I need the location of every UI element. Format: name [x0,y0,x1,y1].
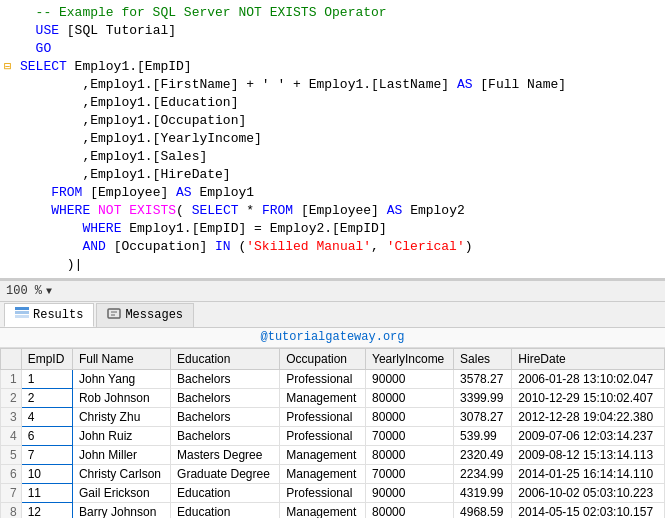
col-header-yearlyincome[interactable]: YearlyIncome [366,349,454,370]
cell-sales: 4319.99 [454,484,512,503]
row-number: 3 [1,408,22,427]
cell-occupation: Professional [280,370,366,389]
code-text: ,Employ1.[Education] [20,94,238,112]
cell-income: 80000 [366,408,454,427]
col-header-sales[interactable]: Sales [454,349,512,370]
tab-label-results: Results [33,308,83,322]
cell-sales: 2234.99 [454,465,512,484]
col-header-full-name[interactable]: Full Name [72,349,170,370]
code-text: WHERE Employ1.[EmpID] = Employ2.[EmpID] [20,220,387,238]
code-text: AND [Occupation] IN ('Skilled Manual', '… [20,238,473,256]
code-text: FROM [Employee] AS Employ1 [20,184,254,202]
col-header-hiredate[interactable]: HireDate [512,349,665,370]
cell-sales: 4968.59 [454,503,512,519]
cell-empid: 1 [21,370,72,389]
cell-empid: 6 [21,427,72,446]
cell-hiredate: 2009-07-06 12:03:14.237 [512,427,665,446]
code-line: ,Employ1.[Education] [0,94,665,112]
cell-hiredate: 2009-08-12 15:13:14.113 [512,446,665,465]
code-line: GO [0,40,665,58]
cell-hiredate: 2014-05-15 02:03:10.157 [512,503,665,519]
code-line: WHERE NOT EXISTS( SELECT * FROM [Employe… [0,202,665,220]
cell-hiredate: 2010-12-29 15:10:02.407 [512,389,665,408]
cell-income: 70000 [366,427,454,446]
code-line: ,Employ1.[FirstName] + ' ' + Employ1.[La… [0,76,665,94]
gateway-bar: @tutorialgateway.org [0,328,665,348]
row-number: 2 [1,389,22,408]
col-header-empid[interactable]: EmpID [21,349,72,370]
row-number: 8 [1,503,22,519]
row-number: 5 [1,446,22,465]
code-editor[interactable]: -- Example for SQL Server NOT EXISTS Ope… [0,0,665,280]
zoom-bar: 100 % ▼ [0,280,665,302]
cell-education: Bachelors [171,427,280,446]
cell-occupation: Management [280,465,366,484]
cell-occupation: Professional [280,427,366,446]
cell-education: Education [171,503,280,519]
code-text: ,Employ1.[YearlyIncome] [20,130,262,148]
cell-hiredate: 2006-10-02 05:03:10.223 [512,484,665,503]
table-row[interactable]: 22Rob JohnsonBachelorsManagement80000339… [1,389,665,408]
cell-sales: 539.99 [454,427,512,446]
line-gutter: ⊟ [4,58,20,76]
svg-rect-0 [15,307,29,310]
code-line: ⊟SELECT Employ1.[EmpID] [0,58,665,76]
tab-results[interactable]: Results [4,303,94,327]
row-number: 6 [1,465,22,484]
table-row[interactable]: 711Gail EricksonEducationProfessional900… [1,484,665,503]
cell-occupation: Management [280,389,366,408]
code-text: -- Example for SQL Server NOT EXISTS Ope… [20,4,387,22]
cell-occupation: Professional [280,484,366,503]
col-header-education[interactable]: Education [171,349,280,370]
cell-education: Bachelors [171,389,280,408]
cell-income: 70000 [366,465,454,484]
cell-income: 80000 [366,446,454,465]
table-row[interactable]: 812Barry JohnsonEducationManagement80000… [1,503,665,519]
code-line: USE [SQL Tutorial] [0,22,665,40]
svg-rect-1 [15,311,29,314]
messages-icon [107,308,121,323]
table-row[interactable]: 57John MillerMasters DegreeManagement800… [1,446,665,465]
cell-sales: 2320.49 [454,446,512,465]
cell-empid: 11 [21,484,72,503]
cell-fullname: Christy Zhu [72,408,170,427]
cell-education: Education [171,484,280,503]
cell-empid: 7 [21,446,72,465]
code-line: ,Employ1.[Occupation] [0,112,665,130]
row-number: 1 [1,370,22,389]
code-text: GO [20,40,51,58]
code-text: ,Employ1.[Occupation] [20,112,246,130]
code-text: )| [20,256,82,274]
cell-fullname: Christy Carlson [72,465,170,484]
cell-hiredate: 2014-01-25 16:14:14.110 [512,465,665,484]
cell-sales: 3399.99 [454,389,512,408]
cell-income: 80000 [366,503,454,519]
results-table: EmpIDFull NameEducationOccupationYearlyI… [0,348,665,518]
cell-education: Graduate Degree [171,465,280,484]
cell-sales: 3578.27 [454,370,512,389]
col-header-occupation[interactable]: Occupation [280,349,366,370]
cell-fullname: Rob Johnson [72,389,170,408]
cell-income: 90000 [366,484,454,503]
results-container: EmpIDFull NameEducationOccupationYearlyI… [0,348,665,518]
cell-empid: 12 [21,503,72,519]
zoom-dropdown[interactable]: ▼ [46,286,52,297]
tab-messages[interactable]: Messages [96,303,194,327]
cell-fullname: Gail Erickson [72,484,170,503]
results-table-area[interactable]: EmpIDFull NameEducationOccupationYearlyI… [0,348,665,518]
cell-education: Bachelors [171,408,280,427]
zoom-value: 100 % [6,284,42,298]
code-line: ,Employ1.[HireDate] [0,166,665,184]
cell-hiredate: 2006-01-28 13:10:02.047 [512,370,665,389]
svg-rect-2 [15,315,29,318]
table-row[interactable]: 46John RuizBachelorsProfessional70000539… [1,427,665,446]
svg-rect-3 [108,309,120,318]
code-text: SELECT Employ1.[EmpID] [20,58,192,76]
table-row[interactable]: 610Christy CarlsonGraduate DegreeManagem… [1,465,665,484]
cell-education: Bachelors [171,370,280,389]
tab-label-messages: Messages [125,308,183,322]
table-row[interactable]: 11John YangBachelorsProfessional90000357… [1,370,665,389]
table-row[interactable]: 34Christy ZhuBachelorsProfessional800003… [1,408,665,427]
code-text: ,Employ1.[Sales] [20,148,207,166]
code-line: WHERE Employ1.[EmpID] = Employ2.[EmpID] [0,220,665,238]
